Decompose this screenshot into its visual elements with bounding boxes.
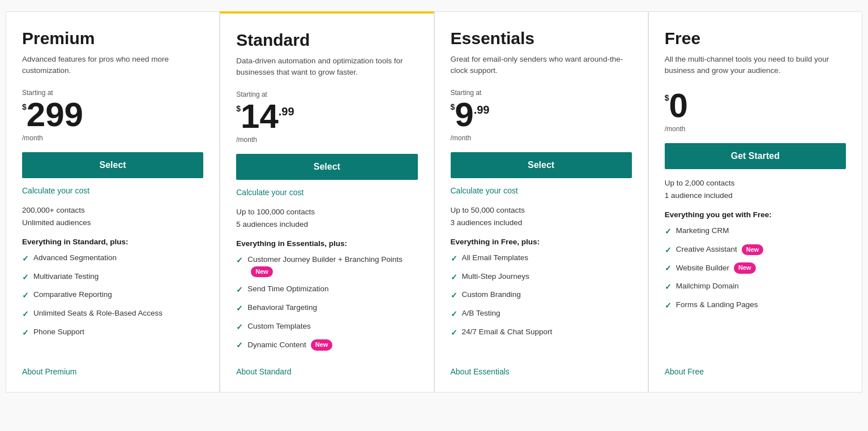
new-badge: New xyxy=(742,244,764,255)
checkmark-icon: ✓ xyxy=(236,255,243,266)
price-main-standard: 14 xyxy=(241,100,279,133)
feature-text: Multi-Step Journeys xyxy=(462,271,529,282)
feature-text: Multivariate Testing xyxy=(33,271,99,282)
new-badge: New xyxy=(311,339,333,350)
price-main-premium: 299 xyxy=(27,98,83,132)
checkmark-icon: ✓ xyxy=(236,322,243,333)
feature-list-free: ✓Marketing CRM✓Creative AssistantNew✓Web… xyxy=(665,226,846,358)
plan-card-essentials: EssentialsGreat for email-only senders w… xyxy=(434,11,648,393)
price-period-free: /month xyxy=(665,125,846,133)
pricing-grid: PremiumAdvanced features for pros who ne… xyxy=(6,11,862,393)
checkmark-icon: ✓ xyxy=(451,253,457,265)
price-period-standard: /month xyxy=(236,136,417,144)
list-item: ✓Multivariate Testing xyxy=(22,271,203,283)
list-item: ✓Forms & Landing Pages xyxy=(665,300,846,312)
contacts-info-standard: Up to 100,000 contacts5 audiences includ… xyxy=(236,206,417,230)
feature-list-essentials: ✓All Email Templates✓Multi-Step Journeys… xyxy=(451,253,632,358)
checkmark-icon: ✓ xyxy=(451,327,457,339)
checkmark-icon: ✓ xyxy=(22,327,29,339)
about-link-premium[interactable]: About Premium xyxy=(22,367,203,376)
checkmark-icon: ✓ xyxy=(451,290,457,301)
list-item: ✓Send Time Optimization xyxy=(236,284,417,296)
everything-label-essentials: Everything in Free, plus: xyxy=(451,238,632,246)
list-item: ✓Marketing CRM xyxy=(665,226,846,238)
pricing-block-essentials: Starting at$9.99/month xyxy=(451,89,632,142)
select-button-essentials[interactable]: Select xyxy=(451,152,632,178)
feature-text: Unlimited Seats & Role-Based Access xyxy=(33,308,163,319)
feature-text: Send Time Optimization xyxy=(247,284,328,295)
contacts-info-free: Up to 2,000 contacts1 audience included xyxy=(665,177,846,201)
price-cents-essentials: .99 xyxy=(474,104,490,117)
price-row-free: $0 xyxy=(665,89,846,123)
plan-name-free: Free xyxy=(665,29,846,48)
select-button-free[interactable]: Get Started xyxy=(665,143,846,169)
calc-link-premium[interactable]: Calculate your cost xyxy=(22,186,203,195)
list-item: ✓Unlimited Seats & Role-Based Access xyxy=(22,308,203,320)
feature-text: Comparative Reporting xyxy=(33,290,112,300)
currency-essentials: $ xyxy=(451,102,455,111)
checkmark-icon: ✓ xyxy=(236,303,243,314)
checkmark-icon: ✓ xyxy=(665,263,672,274)
currency-standard: $ xyxy=(236,104,241,113)
new-badge: New xyxy=(734,262,756,273)
plan-name-essentials: Essentials xyxy=(451,29,632,48)
feature-text: Custom Branding xyxy=(462,290,521,300)
plan-desc-essentials: Great for email-only senders who want ar… xyxy=(451,54,632,79)
checkmark-icon: ✓ xyxy=(665,300,672,312)
feature-text: Mailchimp Domain xyxy=(676,281,739,292)
about-link-standard[interactable]: About Standard xyxy=(236,367,417,376)
feature-text: Phone Support xyxy=(33,327,84,338)
new-badge: New xyxy=(251,266,273,277)
list-item: ✓24/7 Email & Chat Support xyxy=(451,327,632,339)
about-link-essentials[interactable]: About Essentials xyxy=(451,367,632,376)
plan-desc-free: All the multi-channel tools you need to … xyxy=(665,54,846,79)
list-item: ✓Comparative Reporting xyxy=(22,290,203,301)
checkmark-icon: ✓ xyxy=(665,245,672,256)
everything-label-premium: Everything in Standard, plus: xyxy=(22,238,203,246)
feature-text: Website BuilderNew xyxy=(676,262,756,273)
feature-list-standard: ✓Customer Journey Builder + Branching Po… xyxy=(236,255,417,358)
list-item: ✓Custom Templates xyxy=(236,321,417,333)
plan-desc-standard: Data-driven automation and optimization … xyxy=(236,55,417,80)
list-item: ✓Customer Journey Builder + Branching Po… xyxy=(236,255,417,277)
list-item: ✓Custom Branding xyxy=(451,290,632,301)
contacts-info-premium: 200,000+ contactsUnlimited audiences xyxy=(22,204,203,229)
price-row-standard: $14.99 xyxy=(236,100,417,133)
list-item: ✓Dynamic ContentNew xyxy=(236,339,417,351)
feature-text: Dynamic ContentNew xyxy=(247,339,332,350)
feature-text: Marketing CRM xyxy=(676,226,729,236)
everything-label-free: Everything you get with Free: xyxy=(665,210,846,219)
calc-link-essentials[interactable]: Calculate your cost xyxy=(451,186,632,195)
plan-name-standard: Standard xyxy=(236,31,417,50)
feature-text: A/B Testing xyxy=(462,308,501,319)
feature-text: Advanced Segmentation xyxy=(33,253,117,264)
pricing-block-standard: Starting at$14.99/month xyxy=(236,90,417,144)
list-item: ✓Creative AssistantNew xyxy=(665,244,846,256)
checkmark-icon: ✓ xyxy=(451,272,457,283)
list-item: ✓Website BuilderNew xyxy=(665,262,846,274)
list-item: ✓Behavioral Targeting xyxy=(236,303,417,314)
everything-label-standard: Everything in Essentials, plus: xyxy=(236,239,417,248)
plan-card-free: FreeAll the multi-channel tools you need… xyxy=(648,11,862,393)
select-button-standard[interactable]: Select xyxy=(236,154,417,180)
feature-text: Behavioral Targeting xyxy=(247,303,317,313)
price-period-premium: /month xyxy=(22,134,203,142)
contacts-info-essentials: Up to 50,000 contacts3 audiences include… xyxy=(451,204,632,229)
price-row-premium: $299 xyxy=(22,98,203,132)
list-item: ✓A/B Testing xyxy=(451,308,632,320)
checkmark-icon: ✓ xyxy=(236,285,243,296)
list-item: ✓Advanced Segmentation xyxy=(22,253,203,265)
starting-at-essentials: Starting at xyxy=(451,89,632,97)
feature-text: Customer Journey Builder + Branching Poi… xyxy=(247,255,417,277)
list-item: ✓All Email Templates xyxy=(451,253,632,265)
checkmark-icon: ✓ xyxy=(22,290,29,301)
calc-link-standard[interactable]: Calculate your cost xyxy=(236,188,417,197)
checkmark-icon: ✓ xyxy=(22,309,29,320)
plan-name-premium: Premium xyxy=(22,29,203,48)
about-link-free[interactable]: About Free xyxy=(665,367,846,376)
plan-card-standard: StandardData-driven automation and optim… xyxy=(220,11,434,393)
select-button-premium[interactable]: Select xyxy=(22,152,203,178)
checkmark-icon: ✓ xyxy=(22,253,29,265)
list-item: ✓Phone Support xyxy=(22,327,203,339)
plan-desc-premium: Advanced features for pros who need more… xyxy=(22,54,203,79)
